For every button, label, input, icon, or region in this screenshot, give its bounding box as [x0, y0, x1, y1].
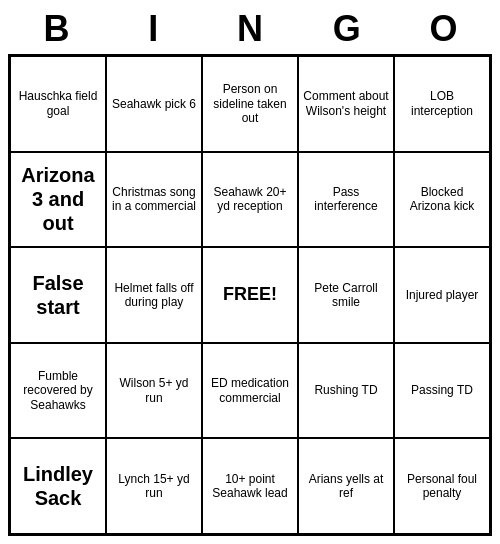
bingo-cell-r2-c2: FREE! — [202, 247, 298, 343]
bingo-cell-r1-c4: Blocked Arizona kick — [394, 152, 490, 248]
bingo-cell-r1-c3: Pass interference — [298, 152, 394, 248]
bingo-cell-r3-c0: Fumble recovered by Seahawks — [10, 343, 106, 439]
bingo-cell-r3-c2: ED medication commercial — [202, 343, 298, 439]
bingo-letter-n: N — [202, 8, 299, 50]
bingo-cell-r0-c1: Seahawk pick 6 — [106, 56, 202, 152]
bingo-cell-r2-c1: Helmet falls off during play — [106, 247, 202, 343]
bingo-cell-r0-c0: Hauschka field goal — [10, 56, 106, 152]
bingo-letter-i: I — [105, 8, 202, 50]
bingo-letter-o: O — [395, 8, 492, 50]
bingo-cell-r1-c1: Christmas song in a commercial — [106, 152, 202, 248]
bingo-cell-r4-c3: Arians yells at ref — [298, 438, 394, 534]
bingo-cell-r4-c4: Personal foul penalty — [394, 438, 490, 534]
bingo-header: BINGO — [8, 8, 492, 50]
bingo-cell-r3-c4: Passing TD — [394, 343, 490, 439]
bingo-cell-r0-c3: Comment about Wilson's height — [298, 56, 394, 152]
bingo-cell-r2-c0: False start — [10, 247, 106, 343]
bingo-letter-g: G — [298, 8, 395, 50]
bingo-cell-r0-c2: Person on sideline taken out — [202, 56, 298, 152]
bingo-cell-r4-c1: Lynch 15+ yd run — [106, 438, 202, 534]
bingo-cell-r1-c0: Arizona 3 and out — [10, 152, 106, 248]
bingo-cell-r0-c4: LOB interception — [394, 56, 490, 152]
bingo-grid: Hauschka field goalSeahawk pick 6Person … — [8, 54, 492, 536]
bingo-cell-r1-c2: Seahawk 20+ yd reception — [202, 152, 298, 248]
bingo-letter-b: B — [8, 8, 105, 50]
bingo-cell-r3-c1: Wilson 5+ yd run — [106, 343, 202, 439]
bingo-cell-r2-c3: Pete Carroll smile — [298, 247, 394, 343]
bingo-cell-r2-c4: Injured player — [394, 247, 490, 343]
bingo-cell-r4-c2: 10+ point Seahawk lead — [202, 438, 298, 534]
bingo-cell-r3-c3: Rushing TD — [298, 343, 394, 439]
bingo-cell-r4-c0: Lindley Sack — [10, 438, 106, 534]
